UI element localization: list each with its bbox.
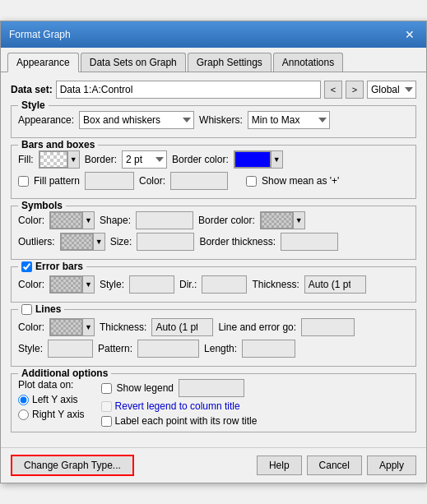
left-y-row: Left Y axis <box>18 394 85 405</box>
style-label: Style <box>18 99 49 111</box>
apply-button[interactable]: Apply <box>367 455 416 475</box>
fill-color-select[interactable] <box>170 172 228 190</box>
lines-row2: Style: Pattern: Length: <box>18 340 409 358</box>
border-color-swatch[interactable]: ▼ <box>234 150 283 169</box>
lines-style-label: Style: <box>18 343 43 354</box>
lines-pattern-label: Pattern: <box>98 343 132 354</box>
change-graph-type-button[interactable]: Change Graph Type... <box>11 455 134 476</box>
label-each-row: Label each point with its row title <box>101 415 258 427</box>
outliers-swatch[interactable]: ▼ <box>60 233 105 251</box>
border-thickness-label: Border thickness: <box>199 236 276 247</box>
symbols-label: Symbols <box>18 200 66 211</box>
lines-thickness-label: Thickness: <box>100 321 146 333</box>
shape-select[interactable] <box>136 211 193 229</box>
lines-style-select[interactable] <box>48 340 93 358</box>
lines-section: Lines Color: ▼ Thickness: Auto (1 pt) Li… <box>11 309 416 367</box>
border-color-preview <box>234 151 271 168</box>
tab-graph-settings[interactable]: Graph Settings <box>188 53 272 72</box>
lines-length-label: Length: <box>204 343 237 354</box>
eb-style-select[interactable] <box>129 275 174 294</box>
tab-datasets[interactable]: Data Sets on Graph <box>81 53 186 72</box>
symbols-row1: Color: ▼ Shape: Border color: ▼ <box>18 211 409 229</box>
outliers-preview <box>61 234 93 250</box>
revert-legend-label: Revert legend to column title <box>115 400 240 412</box>
lines-thickness-select[interactable]: Auto (1 pt) <box>151 318 213 336</box>
lines-section-label: Lines <box>18 303 64 315</box>
border-thickness-select[interactable] <box>281 233 338 251</box>
appearance-select[interactable]: Box and whiskers <box>79 111 194 129</box>
eb-color-arrow[interactable]: ▼ <box>82 276 94 293</box>
border-select[interactable]: 2 pt <box>122 150 167 169</box>
next-dataset-button[interactable]: > <box>346 81 364 99</box>
left-y-label: Left Y axis <box>32 394 78 405</box>
show-legend-label: Show legend <box>117 382 174 394</box>
bars-boxes-row2: Fill pattern Color: Show mean as '+' <box>18 172 409 190</box>
lines-length-select[interactable] <box>242 340 295 358</box>
label-each-checkbox[interactable] <box>101 416 112 427</box>
help-button[interactable]: Help <box>257 455 302 475</box>
lines-pattern-select[interactable] <box>137 340 199 358</box>
show-legend-checkbox[interactable] <box>101 383 112 394</box>
global-select[interactable]: Global <box>367 81 416 99</box>
sym-border-color-arrow[interactable]: ▼ <box>293 212 304 229</box>
fill-pattern-label: Fill pattern <box>34 175 80 187</box>
eb-color-preview <box>50 276 82 293</box>
dataset-select[interactable]: Data 1:A:Control <box>56 81 321 99</box>
sym-color-arrow[interactable]: ▼ <box>82 212 94 229</box>
right-y-label: Right Y axis <box>32 409 85 420</box>
additional-row: Plot data on: Left Y axis Right Y axis S… <box>18 379 409 427</box>
sym-color-label: Color: <box>18 215 44 226</box>
lines-row1: Color: ▼ Thickness: Auto (1 pt) Line and… <box>18 318 409 336</box>
fill-label: Fill: <box>18 154 34 165</box>
left-y-radio[interactable] <box>18 395 29 405</box>
border-color-arrow[interactable]: ▼ <box>271 151 282 168</box>
sym-border-color-label: Border color: <box>198 215 255 226</box>
border-color-label: Border color: <box>172 154 229 165</box>
lines-checkbox[interactable] <box>21 304 32 315</box>
lines-color-arrow[interactable]: ▼ <box>82 319 94 335</box>
fill-pattern-checkbox[interactable] <box>18 176 29 187</box>
error-bars-checkbox[interactable] <box>21 261 32 272</box>
cancel-button[interactable]: Cancel <box>307 455 362 475</box>
whiskers-select[interactable]: Min to Max <box>248 111 330 129</box>
eb-thickness-select[interactable]: Auto (1 pt) <box>304 275 366 294</box>
lines-error-select[interactable] <box>301 318 355 336</box>
prev-dataset-button[interactable]: < <box>324 81 342 99</box>
revert-legend-checkbox[interactable] <box>101 401 112 412</box>
footer: Change Graph Type... Help Cancel Apply <box>1 447 426 483</box>
close-button[interactable]: ✕ <box>401 26 418 43</box>
fill-color-arrow[interactable]: ▼ <box>67 151 79 168</box>
right-y-row: Right Y axis <box>18 409 85 420</box>
sym-color-swatch[interactable]: ▼ <box>49 211 95 229</box>
symbols-row2: Outliers: ▼ Size: Border thickness: <box>18 233 409 251</box>
size-select[interactable] <box>137 233 194 251</box>
tab-appearance[interactable]: Appearance <box>7 53 79 72</box>
error-bars-row: Color: ▼ Style: Dir.: Thickness: Auto (1… <box>18 275 409 294</box>
eb-dir-select[interactable] <box>202 275 247 294</box>
shape-label: Shape: <box>100 215 131 226</box>
right-y-radio[interactable] <box>18 409 29 420</box>
lines-color-swatch[interactable]: ▼ <box>49 318 95 336</box>
bars-boxes-label: Bars and boxes <box>18 139 98 150</box>
outliers-arrow[interactable]: ▼ <box>93 234 104 250</box>
tab-bar: Appearance Data Sets on Graph Graph Sett… <box>1 48 426 72</box>
lines-error-label: Line and error go: <box>218 321 296 333</box>
sym-border-color-swatch[interactable]: ▼ <box>260 211 305 229</box>
additional-section: Additional options Plot data on: Left Y … <box>11 373 416 432</box>
fill-color-swatch[interactable]: ▼ <box>39 150 80 169</box>
legend-position-select[interactable] <box>179 379 244 397</box>
label-each-label: Label each point with its row title <box>115 415 258 427</box>
lines-color-preview <box>50 319 82 335</box>
show-mean-checkbox[interactable] <box>246 176 257 187</box>
eb-thickness-label: Thickness: <box>252 279 299 290</box>
whiskers-label: Whiskers: <box>199 114 243 126</box>
revert-legend-row: Revert legend to column title <box>101 400 258 412</box>
eb-color-swatch[interactable]: ▼ <box>49 275 95 294</box>
title-bar: Format Graph ✕ <box>1 21 426 48</box>
legend-col: Show legend Revert legend to column titl… <box>101 379 258 427</box>
tab-annotations[interactable]: Annotations <box>273 53 343 72</box>
sym-color-preview <box>50 212 82 229</box>
error-bars-section-label: Error bars <box>18 261 86 272</box>
show-legend-row: Show legend <box>101 379 258 397</box>
fill-pattern-select[interactable] <box>85 172 134 190</box>
